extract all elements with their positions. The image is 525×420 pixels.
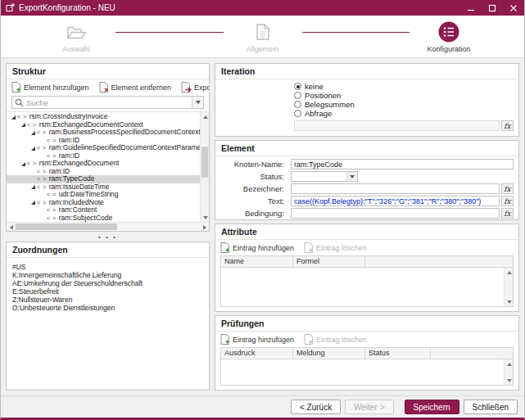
bedingung-input[interactable] bbox=[291, 208, 500, 219]
text-formula-input[interactable] bbox=[291, 196, 500, 206]
step-allgemein[interactable]: Allgemein bbox=[224, 21, 302, 53]
search-input[interactable] bbox=[26, 98, 192, 107]
tree-list: < > rsm:CrossIndustryInvoice < > rsm:Exc… bbox=[7, 112, 200, 222]
scroll-up-icon[interactable] bbox=[505, 268, 513, 277]
chevron-down-icon[interactable] bbox=[346, 172, 357, 181]
tree-item-label: ram:SubjectCode bbox=[59, 215, 113, 223]
chevron-down-icon[interactable] bbox=[192, 97, 203, 108]
expand-arrow-icon[interactable] bbox=[29, 129, 36, 136]
tree-item[interactable]: < > udt:DateTimeString bbox=[7, 191, 200, 199]
tree-item[interactable]: < > ram:BusinessProcessSpecifiedDocument… bbox=[7, 129, 200, 137]
list-item[interactable]: O:Unbesteuerte Dienstleistungen bbox=[12, 304, 203, 312]
expand-arrow-icon[interactable] bbox=[20, 121, 26, 128]
tree-item[interactable]: < > ram:SubjectCode bbox=[7, 215, 200, 223]
pruefungen-delete-button[interactable]: Eintrag löschen bbox=[304, 334, 367, 345]
expand-arrow-icon[interactable] bbox=[29, 199, 36, 205]
fx-icon[interactable]: fx bbox=[501, 196, 514, 206]
iteration-radio[interactable]: Abfrage bbox=[294, 109, 514, 118]
tree-item[interactable]: < > ram:IssueDateTime bbox=[7, 183, 200, 192]
attribute-add-button[interactable]: Eintrag hinzufügen bbox=[220, 242, 294, 253]
tree-item[interactable]: < > ram:Content bbox=[7, 206, 200, 215]
add-element-button[interactable]: Element hinzufügen bbox=[11, 82, 89, 93]
fx-icon[interactable]: fx bbox=[501, 208, 514, 219]
tree-item-label: ram:BusinessProcessSpecifiedDocumentCont… bbox=[49, 129, 200, 137]
test-export-button[interactable]: Export testen bbox=[181, 82, 210, 93]
knoten-name-input[interactable] bbox=[291, 159, 514, 169]
expand-arrow-icon[interactable] bbox=[29, 145, 36, 151]
tree-item[interactable]: < > ram:ID bbox=[7, 168, 200, 176]
list-item[interactable]: #US bbox=[12, 263, 203, 271]
element-panel: Element Knoten-Name: Status: Be bbox=[215, 140, 519, 220]
scroll-right-icon[interactable] bbox=[200, 223, 209, 231]
tree-item[interactable]: < > ram:TypeCode bbox=[7, 175, 200, 183]
tree-item-label: ram:ID bbox=[49, 168, 70, 176]
pruefungen-add-label: Eintrag hinzufügen bbox=[233, 336, 294, 344]
scroll-down-icon[interactable] bbox=[505, 297, 513, 306]
list-item[interactable]: K:Innergemeinschaftliche Lieferung bbox=[12, 271, 203, 279]
tree-item[interactable]: < > ram:IncludedNote bbox=[7, 199, 200, 207]
scroll-thumb[interactable] bbox=[16, 224, 117, 230]
expand-arrow-icon[interactable] bbox=[10, 114, 16, 120]
tree-item-label: rsm:CrossIndustryInvoice bbox=[29, 113, 108, 121]
attribute-scrollbar[interactable] bbox=[504, 268, 513, 306]
tree-item[interactable]: < > ram:ID bbox=[7, 152, 200, 160]
close-button[interactable]: Schließen bbox=[464, 400, 518, 414]
attribute-delete-label: Eintrag löschen bbox=[316, 244, 367, 252]
list-item[interactable]: E:Steuerbefreit bbox=[12, 287, 203, 296]
tree-item[interactable]: < > rsm:ExchangedDocument bbox=[7, 160, 200, 168]
expand-arrow-icon[interactable] bbox=[29, 183, 36, 190]
scroll-down-icon[interactable] bbox=[505, 376, 513, 385]
close-icon[interactable] bbox=[503, 0, 524, 16]
back-button[interactable]: < Zurück bbox=[291, 400, 341, 414]
maximize-icon[interactable] bbox=[482, 0, 503, 16]
attribute-table: NameFormel bbox=[220, 255, 514, 307]
app-icon bbox=[6, 3, 15, 12]
scroll-track[interactable] bbox=[505, 277, 513, 297]
remove-element-button[interactable]: Element entfernen bbox=[99, 82, 172, 93]
iteration-formula-input[interactable] bbox=[294, 120, 500, 131]
attribute-delete-button[interactable]: Eintrag löschen bbox=[304, 242, 367, 253]
pruefungen-add-button[interactable]: Eintrag hinzufügen bbox=[220, 334, 294, 345]
xml-tag-icon: < > bbox=[37, 129, 47, 137]
titlebar[interactable]: ExportKonfiguration - NEU bbox=[1, 0, 524, 16]
scroll-up-icon[interactable] bbox=[505, 359, 513, 368]
pruefungen-scrollbar[interactable] bbox=[504, 359, 513, 385]
status-select[interactable] bbox=[291, 171, 358, 182]
tree-item[interactable]: < > rsm:CrossIndustryInvoice bbox=[7, 113, 200, 121]
list-item[interactable]: AE:Umkehrung der Steuerschuldnerschaft bbox=[12, 279, 203, 287]
tree-item[interactable]: < > ram:GuidelineSpecifiedDocumentContex… bbox=[7, 144, 200, 152]
iteration-radio[interactable]: keine bbox=[294, 82, 514, 91]
scroll-thumb[interactable] bbox=[201, 147, 208, 178]
bezeichner-input[interactable] bbox=[291, 183, 500, 194]
tree-item[interactable]: < > ram:ID bbox=[7, 137, 200, 145]
scroll-left-icon[interactable] bbox=[7, 223, 16, 231]
step-konfiguration[interactable]: Konfiguration bbox=[410, 21, 488, 53]
iteration-radio-group: keine Positionen Belegsummen bbox=[294, 82, 514, 118]
iteration-radio[interactable]: Belegsummen bbox=[294, 100, 514, 109]
scroll-up-icon[interactable] bbox=[201, 112, 209, 121]
add-element-label: Element hinzufügen bbox=[24, 84, 89, 92]
fx-icon[interactable]: fx bbox=[501, 120, 514, 131]
pruefungen-table-rows bbox=[221, 359, 504, 385]
element-panel-title: Element bbox=[215, 141, 518, 156]
scroll-track[interactable] bbox=[16, 223, 200, 231]
right-column: Iteration keine Positionen bbox=[215, 63, 519, 391]
minimize-icon[interactable] bbox=[460, 0, 482, 16]
bedingung-label: Bedingung: bbox=[215, 209, 289, 218]
scroll-down-icon[interactable] bbox=[201, 213, 209, 222]
save-button[interactable]: Speichern bbox=[405, 400, 459, 414]
panel-splitter[interactable]: • • • bbox=[6, 232, 210, 242]
tree-vertical-scrollbar[interactable] bbox=[200, 112, 209, 222]
main-content: Struktur Element hinzufügen Element entf… bbox=[1, 58, 524, 395]
tree-item[interactable]: < > rsm:ExchangedDocumentContext bbox=[7, 121, 200, 129]
tree-horizontal-scrollbar[interactable] bbox=[7, 222, 209, 231]
expand-arrow-icon[interactable] bbox=[20, 160, 26, 167]
tree-item-label: ram:GuidelineSpecifiedDocumentContextPar… bbox=[49, 144, 200, 152]
next-button[interactable]: Weiter > bbox=[345, 400, 393, 414]
step-auswahl[interactable]: Auswahl bbox=[37, 21, 115, 53]
list-item[interactable]: Z:Nullsteuer-Waren bbox=[12, 296, 203, 304]
iteration-radio[interactable]: Positionen bbox=[294, 91, 514, 100]
fx-icon[interactable]: fx bbox=[501, 183, 514, 194]
scroll-track[interactable] bbox=[505, 368, 513, 376]
scroll-track[interactable] bbox=[201, 121, 209, 213]
